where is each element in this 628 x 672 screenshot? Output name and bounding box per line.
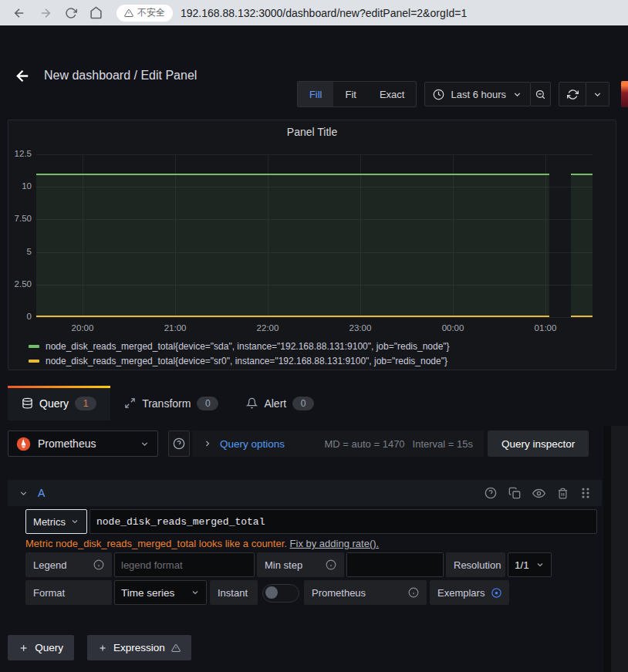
delete-query-trash-icon[interactable] <box>557 488 569 499</box>
alert-count-badge: 0 <box>292 397 314 410</box>
duplicate-query-icon[interactable] <box>508 487 521 499</box>
warning-triangle-icon <box>124 8 133 18</box>
chart-legend-item[interactable]: node_disk_reads_merged_total{device="sr0… <box>29 353 450 368</box>
resolution-label: Resolution <box>454 559 501 571</box>
scrollbar-track[interactable] <box>611 426 628 672</box>
zoom-out-button[interactable] <box>531 82 551 106</box>
chevron-down-icon <box>512 89 522 100</box>
exemplars-target-icon[interactable] <box>491 587 502 599</box>
chevron-down-icon <box>191 588 200 597</box>
min-step-input[interactable] <box>346 552 444 577</box>
clock-icon <box>433 89 444 100</box>
resolution-select[interactable]: 1/1 <box>508 552 552 577</box>
chevron-right-icon[interactable] <box>203 439 212 448</box>
series-line <box>571 316 593 317</box>
series-line <box>36 174 549 175</box>
chevron-down-icon <box>593 89 603 100</box>
legend-series-label: node_disk_reads_merged_total{device="sda… <box>46 341 450 352</box>
discard-button-edge[interactable] <box>621 81 628 107</box>
prometheus-label-chip: Prometheus <box>304 580 427 605</box>
exemplars-label: Exemplars <box>437 587 485 599</box>
tab-query-label: Query <box>39 397 69 410</box>
add-query-label: Query <box>35 642 63 653</box>
tab-query[interactable]: Query 1 <box>8 386 110 420</box>
plus-icon <box>98 643 107 653</box>
gridline-horizontal <box>36 317 593 318</box>
prometheus-logo-icon <box>16 437 31 451</box>
legend-format-input[interactable] <box>114 552 255 577</box>
datasource-help-button[interactable] <box>168 431 190 457</box>
tab-alert[interactable]: Alert 0 <box>232 386 328 420</box>
gridline-horizontal <box>36 154 593 155</box>
datasource-picker[interactable]: Prometheus <box>8 431 158 457</box>
toggle-knob <box>265 586 278 599</box>
browser-refresh-icon[interactable] <box>65 7 77 19</box>
chart-legend: node_disk_reads_merged_total{device="sda… <box>29 339 450 368</box>
format-value: Time series <box>121 587 174 599</box>
browser-back-icon[interactable] <box>12 6 26 20</box>
tab-transform[interactable]: Transform 0 <box>110 386 232 420</box>
plus-icon <box>19 643 29 653</box>
query-options-toggle[interactable]: Query options <box>220 438 285 450</box>
legend-label-chip: Legend <box>25 552 112 577</box>
time-range-label: Last 6 hours <box>451 89 506 100</box>
info-icon <box>408 587 419 598</box>
refresh-interval-dropdown[interactable] <box>586 82 609 106</box>
query-options-panel: Query options MD = auto = 1470 Interval … <box>192 431 484 457</box>
time-range-picker[interactable]: Last 6 hours <box>424 82 531 106</box>
hide-query-eye-icon[interactable] <box>532 487 545 500</box>
legend-swatch <box>29 345 39 348</box>
y-axis-tick-label: 0 <box>8 312 32 321</box>
chart-legend-item[interactable]: node_disk_reads_merged_total{device="sda… <box>29 339 450 353</box>
series-line <box>36 316 549 317</box>
metric-query-input[interactable] <box>89 509 597 534</box>
y-axis-tick-label: 12.5 <box>8 149 32 158</box>
site-security-chip[interactable]: 不安全 <box>116 5 173 22</box>
legend-series-label: node_disk_reads_merged_total{device="sr0… <box>46 356 447 366</box>
x-axis-tick-label: 21:00 <box>158 323 192 333</box>
drag-handle-icon[interactable] <box>580 487 591 499</box>
address-bar-url[interactable]: 192.168.88.132:3000/dashboard/new?editPa… <box>181 7 467 19</box>
resolution-label-chip: Resolution <box>446 552 505 577</box>
datasource-name: Prometheus <box>38 437 133 450</box>
browser-forward-icon <box>39 6 52 20</box>
fix-rate-link[interactable]: Fix by adding rate(). <box>290 538 380 549</box>
y-axis-tick-label: 5 <box>8 247 32 256</box>
exact-button[interactable]: Exact <box>368 82 417 106</box>
format-select[interactable]: Time series <box>114 580 207 605</box>
screen: 不安全 192.168.88.132:3000/dashboard/new?ed… <box>0 0 628 672</box>
fit-button[interactable]: Fit <box>333 82 367 106</box>
x-axis-tick-label: 01:00 <box>528 323 562 333</box>
min-step-label-chip: Min step <box>257 552 344 577</box>
metrics-dropdown-button[interactable]: Metrics <box>25 509 87 534</box>
browser-home-icon[interactable] <box>89 6 103 19</box>
series-area-fill <box>36 174 549 317</box>
info-icon <box>93 559 104 570</box>
chevron-down-icon <box>140 439 150 449</box>
add-expression-button[interactable]: Expression <box>87 635 191 660</box>
exemplars-chip: Exemplars <box>430 580 509 605</box>
refresh-button[interactable] <box>559 82 586 106</box>
tab-transform-label: Transform <box>142 397 191 410</box>
query-ref-id: A <box>38 487 45 499</box>
fill-button[interactable]: Fill <box>298 82 334 106</box>
collapse-chevron-icon[interactable] <box>19 488 29 498</box>
y-axis-tick-label: 10 <box>8 181 32 191</box>
panel-preview: Panel Title node_disk_reads_merged_total… <box>8 120 616 370</box>
instant-toggle[interactable] <box>262 584 299 603</box>
plot-area <box>36 154 593 317</box>
series-area-fill <box>571 174 593 317</box>
help-circle-icon[interactable] <box>485 487 497 499</box>
warning-text: Metric node_disk_reads_merged_total look… <box>25 538 287 549</box>
refresh-icon <box>567 89 579 100</box>
interval-text: Interval = 15s <box>413 438 473 450</box>
transform-count-badge: 0 <box>197 397 218 410</box>
x-axis-tick-label: 23:00 <box>343 323 377 333</box>
chevron-down-icon <box>535 560 545 569</box>
query-inspector-button[interactable]: Query inspector <box>488 431 589 457</box>
instant-label-chip: Instant <box>210 580 258 605</box>
x-axis-tick-label: 22:00 <box>251 323 285 333</box>
chevron-down-icon <box>70 517 79 526</box>
add-query-button[interactable]: Query <box>8 635 74 660</box>
format-label-chip: Format <box>25 580 112 605</box>
